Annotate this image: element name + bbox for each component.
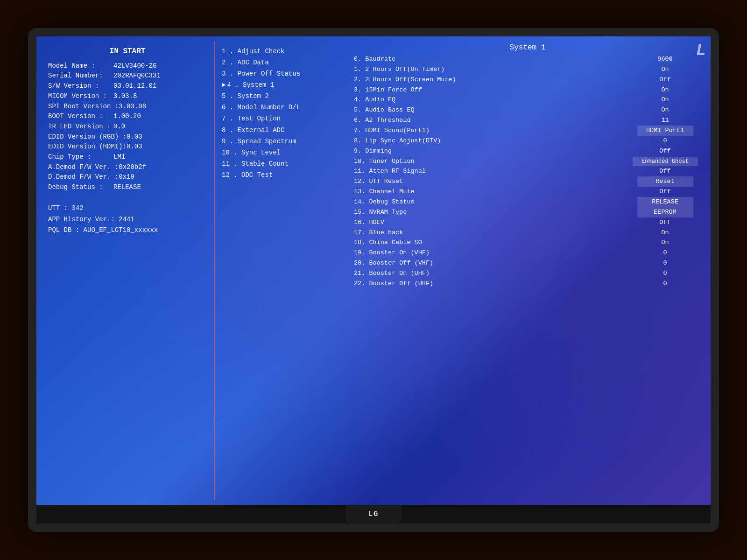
info-row: EDID Version (HDMI):0.03 xyxy=(48,142,207,152)
setting-value: On xyxy=(629,64,701,75)
setting-value: 0 xyxy=(629,136,701,146)
setting-value: On xyxy=(629,228,701,238)
info-value: 202RAFQ0C331 xyxy=(113,71,161,81)
setting-label: 5. Audio Bass EQ xyxy=(354,105,629,115)
info-label: IR LED Version : xyxy=(48,122,113,132)
info-row: Model Name :42LV3400-ZG xyxy=(48,61,207,71)
setting-value: 0 xyxy=(629,268,701,279)
menu-item[interactable]: 3 . Power Off Status xyxy=(222,68,347,79)
info-label: BOOT Version : xyxy=(48,112,113,122)
tv-stand: LG xyxy=(345,505,402,524)
menu-arrow: ► xyxy=(222,79,226,91)
info-label: EDID Version (RGB) : xyxy=(48,132,127,142)
info-label: Model Name : xyxy=(48,61,113,71)
setting-label: 4. Audio EQ xyxy=(354,95,629,105)
setting-value: Off xyxy=(629,166,701,176)
menu-item[interactable]: 2 . ADC Data xyxy=(222,57,347,68)
setting-label: 15. NVRAM Type xyxy=(354,207,629,217)
info-label: Chip Type : xyxy=(48,152,113,162)
menu-item[interactable]: 6 . Model Number D/L xyxy=(222,102,347,113)
extra-line: UTT : 342 xyxy=(48,203,207,214)
screen-content: IN START Model Name :42LV3400-ZGSerial N… xyxy=(36,36,711,505)
setting-label: 10. Tuner Option xyxy=(354,156,629,167)
menu-item[interactable]: 9 . Spread Spectrum xyxy=(222,136,347,147)
info-value: 1.00.20 xyxy=(113,112,141,122)
menu-item[interactable]: 7 . Test Option xyxy=(222,113,347,124)
info-value: 0x20b2f xyxy=(119,162,146,173)
menu-item[interactable]: 10 . Sync Level xyxy=(222,147,347,158)
setting-value: 9600 xyxy=(629,54,701,64)
info-value: 03.01.12.01 xyxy=(113,81,156,91)
info-value: 0.0 xyxy=(113,122,125,132)
setting-label: 6. A2 Threshold xyxy=(354,115,629,126)
tv-screen: L IN START Model Name :42LV3400-ZGSerial… xyxy=(36,36,711,505)
setting-value: Off xyxy=(629,187,701,197)
info-row: BOOT Version :1.00.20 xyxy=(48,112,207,122)
middle-panel: 1 . Adjust Check2 . ADC Data3 . Power Of… xyxy=(214,41,349,500)
setting-value: Reset xyxy=(629,176,701,187)
left-panel: IN START Model Name :42LV3400-ZGSerial N… xyxy=(41,41,214,500)
menu-item[interactable]: 12 . ODC Test xyxy=(222,169,347,181)
info-label: A.Demod F/W Ver. : xyxy=(48,162,119,173)
setting-label: 17. Blue back xyxy=(354,228,629,238)
setting-label: 16. HDEV xyxy=(354,217,629,228)
menu-item[interactable]: 8 . External ADC xyxy=(222,125,347,136)
info-row: Chip Type :LM1 xyxy=(48,152,207,162)
info-row: MICOM Version :3.03.8 xyxy=(48,91,207,102)
tv-frame: L IN START Model Name :42LV3400-ZGSerial… xyxy=(28,28,719,532)
setting-label: 20. Booster Off (VHF) xyxy=(354,258,629,268)
info-rows: Model Name :42LV3400-ZGSerial Number:202… xyxy=(48,61,207,193)
info-value: 42LV3400-ZG xyxy=(113,61,156,71)
info-row: D.Demod F/W Ver. :0x19 xyxy=(48,172,207,182)
setting-value: 0 xyxy=(629,279,701,289)
extra-info: UTT : 342APP History Ver.: 2441PQL DB : … xyxy=(48,203,207,236)
system-title: System 1 xyxy=(354,43,701,52)
info-row: S/W Version :03.01.12.01 xyxy=(48,81,207,91)
info-label: S/W Version : xyxy=(48,81,113,91)
menu-item[interactable]: ►4 . System 1 xyxy=(222,79,347,91)
setting-value: Enhanced Ghost xyxy=(629,156,701,167)
right-panel: System 1 0. Baudrate1. 2 Hours Off(On Ti… xyxy=(349,41,706,500)
setting-label: 12. UTT Reset xyxy=(354,176,629,187)
setting-label: 9. Dimming xyxy=(354,146,629,156)
settings-list: 0. Baudrate1. 2 Hours Off(On Timer)2. 2 … xyxy=(354,54,629,498)
system-content: 0. Baudrate1. 2 Hours Off(On Timer)2. 2 … xyxy=(354,54,701,498)
info-value: RELEASE xyxy=(113,182,141,193)
values-list: 9600OnOffOnOnOn11HDMI Port10OffEnhanced … xyxy=(629,54,701,498)
info-value: 0.03 xyxy=(127,132,142,142)
info-label: EDID Version (HDMI): xyxy=(48,142,127,152)
panel-title: IN START xyxy=(48,46,207,57)
setting-label: 21. Booster On (UHF) xyxy=(354,268,629,279)
setting-value: Off xyxy=(629,75,701,85)
menu-item[interactable]: 11 . Stable Count xyxy=(222,158,347,169)
setting-label: 3. 15Min Force Off xyxy=(354,85,629,95)
setting-value: 0 xyxy=(629,258,701,268)
info-label: SPI Boot Version : xyxy=(48,102,119,112)
setting-value: Off xyxy=(629,146,701,156)
setting-value: On xyxy=(629,105,701,115)
info-label: D.Demod F/W Ver. : xyxy=(48,172,119,182)
setting-label: 1. 2 Hours Off(On Timer) xyxy=(354,64,629,75)
setting-value: 0 xyxy=(629,248,701,258)
info-value: 0.03 xyxy=(127,142,142,152)
info-value: LM1 xyxy=(113,152,125,162)
info-value: 0x19 xyxy=(119,172,134,182)
menu-item[interactable]: 5 . System 2 xyxy=(222,91,347,102)
setting-label: 2. 2 Hours Off(Screen Mute) xyxy=(354,75,629,85)
setting-value: RELEASE xyxy=(629,197,701,207)
setting-value: Off xyxy=(629,217,701,228)
menu-item[interactable]: 1 . Adjust Check xyxy=(222,46,347,57)
info-value: 3.03.08 xyxy=(119,102,146,112)
setting-value: HDMI Port1 xyxy=(629,126,701,136)
setting-value: 11 xyxy=(629,115,701,126)
info-row: SPI Boot Version :3.03.08 xyxy=(48,102,207,112)
setting-label: 11. Atten RF Signal xyxy=(354,166,629,176)
info-label: MICOM Version : xyxy=(48,91,113,102)
menu-items: 1 . Adjust Check2 . ADC Data3 . Power Of… xyxy=(222,46,347,181)
setting-value: On xyxy=(629,95,701,105)
info-row: IR LED Version :0.0 xyxy=(48,122,207,132)
setting-label: 22. Booster Off (UHF) xyxy=(354,279,629,289)
info-row: Serial Number:202RAFQ0C331 xyxy=(48,71,207,81)
info-label: Serial Number: xyxy=(48,71,113,81)
info-label: Debug Status : xyxy=(48,182,113,193)
